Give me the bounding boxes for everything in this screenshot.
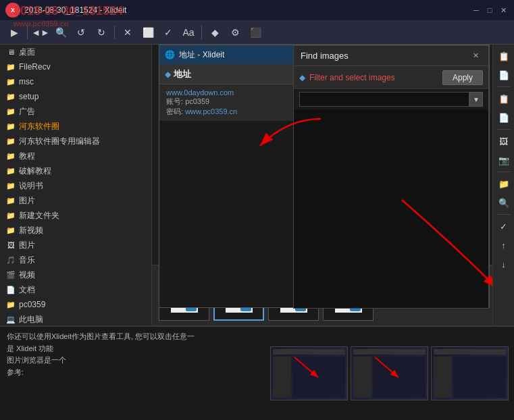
bt-main-3 — [453, 357, 506, 398]
bottom-thumb-1[interactable] — [270, 346, 348, 400]
desktop-icon: 🖥 — [5, 47, 16, 57]
folder-icon: 📁 — [5, 76, 16, 87]
sidebar-item-new-folder[interactable]: 📁 新建文件夹 — [0, 208, 151, 223]
sidebar-item-music[interactable]: 🎵 音乐 — [0, 253, 151, 267]
docs-icon: 📄 — [5, 284, 16, 295]
maximize-button[interactable]: □ — [484, 5, 495, 16]
find-panel-content — [294, 109, 488, 308]
zoom-button[interactable]: 🔍 — [52, 24, 70, 41]
address-diamond-icon: ◆ — [165, 70, 171, 79]
rs-btn-search[interactable]: 🔍 — [495, 194, 513, 211]
folder-icon: 📁 — [5, 91, 16, 102]
sidebar-item-pictures[interactable]: 🖼 图片 — [0, 238, 151, 253]
bt-sidebar-2 — [353, 357, 371, 398]
rs-separator — [497, 86, 511, 87]
folder-icon: 📁 — [5, 225, 16, 236]
minimize-button[interactable]: ─ — [471, 5, 482, 16]
sidebar-item-jiaocheng[interactable]: 📁 教程 — [0, 149, 151, 163]
sidebar-item-mypc[interactable]: 💻 此电脑 — [0, 312, 151, 325]
toolbar-separator — [27, 26, 28, 39]
rs-btn-up[interactable]: ↑ — [495, 236, 513, 254]
music-icon: 🎵 — [5, 255, 16, 265]
sidebar-item-shuomingshu[interactable]: 📁 说明书 — [0, 178, 151, 193]
right-sidebar: 📋 📄 📋 📄 🖼 📷 📁 🔍 ✓ ↑ ↓ — [492, 45, 514, 325]
rs-separator-3 — [497, 172, 511, 172]
bt-toolbar-3 — [434, 349, 506, 355]
bt-content-3 — [434, 357, 506, 398]
folder-icon: 📁 — [5, 61, 16, 72]
bt-arrow-2 — [371, 354, 405, 381]
folder-icon: 📁 — [5, 210, 16, 221]
rs-btn-camera[interactable]: 📷 — [495, 151, 513, 169]
filter-diamond-icon: ◆ — [299, 73, 305, 82]
bottom-text-line2: 是 Xlideit 功能 — [7, 343, 258, 355]
video-icon: 🎬 — [5, 269, 16, 280]
bt-sidebar-3 — [434, 357, 452, 398]
sidebar-item-tupian[interactable]: 📁 图片 — [0, 193, 151, 208]
filter-row: ◆ Filter and select images Apply — [294, 66, 488, 89]
sidebar-item-video[interactable]: 🎬 视频 — [0, 267, 151, 282]
app-logo: X — [5, 3, 20, 18]
play-button[interactable]: ▶ — [5, 24, 23, 41]
sidebar-item-msc[interactable]: 📁 msc — [0, 74, 151, 89]
crop-button[interactable]: ⬜ — [139, 24, 157, 41]
folder-icon: 📁 — [5, 106, 16, 117]
sidebar-item-desktop[interactable]: 🖥 桌面 — [0, 45, 151, 59]
address-dialog: 🌐 地址 - Xlideit ─ ✕ ◆ 地址 www.0daydown.com… — [159, 45, 490, 308]
folder-icon: 📁 — [5, 180, 16, 191]
close-button[interactable]: ✕ — [498, 5, 509, 16]
sidebar-item-filerecv[interactable]: 📁 FileRecv — [0, 59, 151, 74]
folder-icon: 📁 — [5, 165, 16, 176]
pc-icon: 💻 — [5, 314, 16, 325]
rs-btn-check[interactable]: ✓ — [495, 217, 513, 235]
bt-arrow-1 — [291, 354, 325, 381]
toolbar-separator-2 — [114, 26, 115, 39]
window-controls: ─ □ ✕ — [471, 5, 509, 16]
bottom-thumb-3[interactable] — [431, 346, 509, 400]
check-button[interactable]: ✓ — [159, 24, 177, 41]
sidebar-item-pojie[interactable]: 📁 破解教程 — [0, 163, 151, 178]
filter-dropdown-button[interactable]: ▼ — [469, 92, 483, 107]
rs-btn-clipboard[interactable]: 📋 — [495, 90, 513, 107]
rs-btn-image[interactable]: 🖼 — [495, 132, 513, 150]
toolbar: ▶ ◄► 🔍 ↺ ↻ ✕ ⬜ ✓ Aa ◆ ⚙ ⬛ — [0, 20, 514, 45]
rs-btn-doc[interactable]: 📄 — [495, 66, 513, 84]
window-title: 2018-08-30_181524 - Xlideit — [24, 5, 471, 15]
color-button[interactable]: ◆ — [206, 24, 224, 41]
rs-btn-page[interactable]: 📄 — [495, 109, 513, 126]
nav-button[interactable]: ◄► — [32, 24, 49, 41]
apply-button[interactable]: Apply — [442, 70, 483, 85]
folder-icon: 📁 — [5, 195, 16, 206]
rs-btn-down[interactable]: ↓ — [495, 255, 513, 273]
delete-button[interactable]: ✕ — [119, 24, 136, 41]
sidebar-item-hedong-editor[interactable]: 📁 河东软件圈专用编辑器 — [0, 134, 151, 149]
dialog-icon: 🌐 — [165, 50, 175, 59]
rs-btn-folder[interactable]: 📁 — [495, 175, 513, 192]
sidebar: 🖥 桌面 📁 FileRecv 📁 msc 📁 setup 📁 广告 📁 — [0, 45, 152, 325]
rotate-left-button[interactable]: ↺ — [72, 24, 90, 41]
bottom-thumbnails — [265, 327, 514, 420]
text-button[interactable]: Aa — [180, 24, 197, 41]
sidebar-item-new-video[interactable]: 📁 新视频 — [0, 223, 151, 238]
rs-btn-copy[interactable]: 📋 — [495, 47, 513, 65]
filter-label: Filter and select images — [309, 73, 438, 82]
bottom-text-line3: 图片浏览器是一个 — [7, 355, 258, 367]
sidebar-item-setup[interactable]: 📁 setup — [0, 89, 151, 104]
sidebar-item-pc0359[interactable]: 📁 pc0359 — [0, 297, 151, 312]
bottom-text-line1: 你还可以使用Xlideit作为图片查看工具, 您可以双击任意一 — [7, 331, 258, 343]
bottom-thumb-2[interactable] — [351, 346, 428, 400]
content-area: 🖥 桌面 📁 FileRecv 📁 msc 📁 setup 📁 广告 📁 — [0, 45, 514, 325]
sidebar-item-guanggao[interactable]: 📁 广告 — [0, 104, 151, 119]
fullscreen-button[interactable]: ⬛ — [247, 24, 264, 41]
title-bar: X 2018-08-30_181524 - Xlideit ─ □ ✕ — [0, 0, 514, 20]
bottom-thumb-inner-3 — [432, 347, 508, 400]
settings-button[interactable]: ⚙ — [226, 24, 244, 41]
find-images-title: Find images — [301, 51, 349, 61]
find-images-close-button[interactable]: ✕ — [469, 50, 482, 62]
folder-icon: 📁 — [5, 136, 16, 147]
filter-input[interactable] — [299, 92, 469, 107]
toolbar-separator-3 — [201, 26, 202, 39]
sidebar-item-docs[interactable]: 📄 文档 — [0, 282, 151, 297]
sidebar-item-hedong[interactable]: 📁 河东软件圈 — [0, 119, 151, 134]
rotate-right-button[interactable]: ↻ — [93, 24, 110, 41]
